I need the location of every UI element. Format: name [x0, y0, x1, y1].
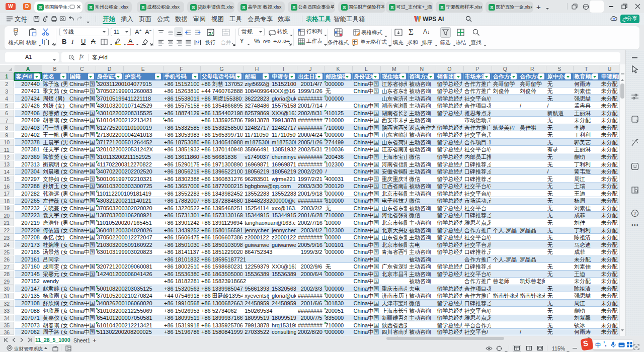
svg-text:?: ? — [634, 211, 636, 216]
